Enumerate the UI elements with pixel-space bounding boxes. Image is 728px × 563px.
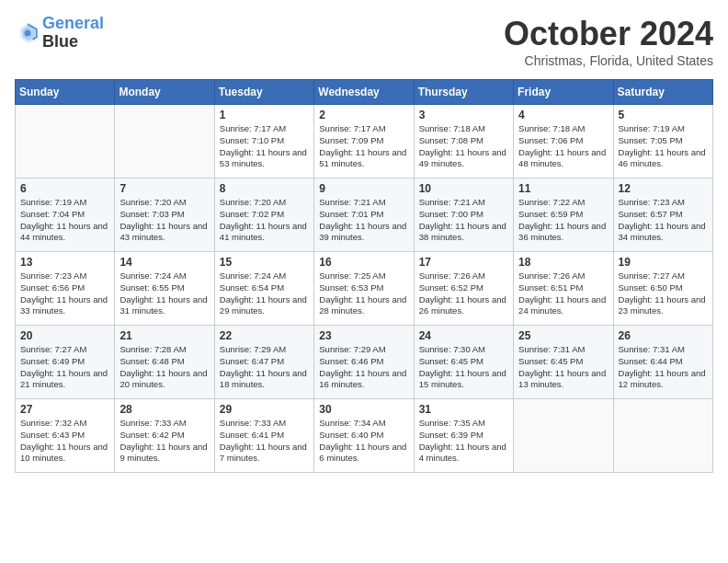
day-number: 24 (419, 329, 508, 342)
month-title: October 2024 (504, 15, 713, 53)
day-number: 9 (319, 182, 408, 195)
day-number: 12 (619, 182, 708, 195)
calendar-cell: 24Sunrise: 7:30 AM Sunset: 6:45 PM Dayli… (414, 326, 513, 399)
day-number: 25 (518, 329, 608, 342)
cell-info: Sunrise: 7:32 AM Sunset: 6:43 PM Dayligh… (20, 418, 109, 465)
cell-info: Sunrise: 7:17 AM Sunset: 7:10 PM Dayligh… (220, 123, 309, 170)
calendar-cell: 23Sunrise: 7:29 AM Sunset: 6:46 PM Dayli… (314, 326, 414, 399)
page-header: GeneralBlue October 2024 Christmas, Flor… (15, 15, 713, 68)
cell-info: Sunrise: 7:27 AM Sunset: 6:49 PM Dayligh… (20, 344, 109, 391)
cell-info: Sunrise: 7:33 AM Sunset: 6:41 PM Dayligh… (220, 418, 309, 465)
day-number: 15 (220, 256, 309, 269)
calendar-cell: 8Sunrise: 7:20 AM Sunset: 7:02 PM Daylig… (214, 178, 313, 252)
calendar-cell: 16Sunrise: 7:25 AM Sunset: 6:53 PM Dayli… (314, 252, 414, 326)
weekday-header: Friday (514, 80, 613, 105)
calendar-cell: 4Sunrise: 7:18 AM Sunset: 7:06 PM Daylig… (514, 105, 613, 178)
calendar-cell: 29Sunrise: 7:33 AM Sunset: 6:41 PM Dayli… (214, 399, 313, 473)
day-number: 30 (319, 403, 408, 416)
calendar-cell (514, 399, 613, 473)
weekday-header: Sunday (16, 80, 115, 105)
day-number: 1 (220, 109, 309, 121)
calendar-cell: 15Sunrise: 7:24 AM Sunset: 6:54 PM Dayli… (214, 252, 313, 326)
weekday-row: SundayMondayTuesdayWednesdayThursdayFrid… (16, 80, 713, 105)
cell-info: Sunrise: 7:21 AM Sunset: 7:00 PM Dayligh… (419, 197, 508, 244)
calendar-cell: 22Sunrise: 7:29 AM Sunset: 6:47 PM Dayli… (214, 326, 313, 399)
day-number: 13 (20, 256, 109, 269)
calendar-cell: 30Sunrise: 7:34 AM Sunset: 6:40 PM Dayli… (314, 399, 414, 473)
day-number: 5 (619, 109, 708, 121)
calendar-header: SundayMondayTuesdayWednesdayThursdayFrid… (16, 80, 713, 105)
cell-info: Sunrise: 7:29 AM Sunset: 6:47 PM Dayligh… (220, 344, 309, 391)
day-number: 8 (220, 182, 309, 195)
day-number: 11 (518, 182, 608, 195)
cell-info: Sunrise: 7:26 AM Sunset: 6:52 PM Dayligh… (419, 270, 508, 317)
day-number: 6 (20, 182, 109, 195)
svg-point-2 (25, 29, 31, 36)
calendar-cell (613, 399, 712, 473)
day-number: 19 (619, 256, 708, 269)
day-number: 3 (419, 109, 508, 121)
logo-icon (15, 20, 40, 46)
calendar-cell: 11Sunrise: 7:22 AM Sunset: 6:59 PM Dayli… (514, 178, 613, 252)
cell-info: Sunrise: 7:34 AM Sunset: 6:40 PM Dayligh… (319, 418, 408, 465)
calendar-cell: 10Sunrise: 7:21 AM Sunset: 7:00 PM Dayli… (414, 178, 513, 252)
weekday-header: Monday (115, 80, 214, 105)
cell-info: Sunrise: 7:22 AM Sunset: 6:59 PM Dayligh… (518, 197, 608, 244)
cell-info: Sunrise: 7:31 AM Sunset: 6:44 PM Dayligh… (619, 344, 708, 391)
calendar-cell: 28Sunrise: 7:33 AM Sunset: 6:42 PM Dayli… (115, 399, 214, 473)
cell-info: Sunrise: 7:18 AM Sunset: 7:06 PM Dayligh… (518, 123, 608, 170)
day-number: 17 (419, 256, 508, 269)
calendar-cell: 20Sunrise: 7:27 AM Sunset: 6:49 PM Dayli… (16, 326, 115, 399)
cell-info: Sunrise: 7:25 AM Sunset: 6:53 PM Dayligh… (319, 270, 408, 317)
cell-info: Sunrise: 7:24 AM Sunset: 6:55 PM Dayligh… (119, 270, 209, 317)
cell-info: Sunrise: 7:21 AM Sunset: 7:01 PM Dayligh… (319, 197, 408, 244)
calendar-week-row: 20Sunrise: 7:27 AM Sunset: 6:49 PM Dayli… (16, 326, 713, 399)
title-block: October 2024 Christmas, Florida, United … (504, 15, 713, 68)
calendar-cell: 18Sunrise: 7:26 AM Sunset: 6:51 PM Dayli… (514, 252, 613, 326)
calendar-cell: 31Sunrise: 7:35 AM Sunset: 6:39 PM Dayli… (414, 399, 513, 473)
day-number: 26 (619, 329, 708, 342)
cell-info: Sunrise: 7:28 AM Sunset: 6:48 PM Dayligh… (119, 344, 209, 391)
calendar-table: SundayMondayTuesdayWednesdayThursdayFrid… (15, 79, 713, 473)
calendar-cell: 9Sunrise: 7:21 AM Sunset: 7:01 PM Daylig… (314, 178, 414, 252)
cell-info: Sunrise: 7:20 AM Sunset: 7:02 PM Dayligh… (220, 197, 309, 244)
calendar-cell: 2Sunrise: 7:17 AM Sunset: 7:09 PM Daylig… (314, 105, 414, 178)
logo: GeneralBlue (15, 15, 104, 52)
cell-info: Sunrise: 7:18 AM Sunset: 7:08 PM Dayligh… (419, 123, 508, 170)
day-number: 29 (220, 403, 309, 416)
calendar-cell: 17Sunrise: 7:26 AM Sunset: 6:52 PM Dayli… (414, 252, 513, 326)
cell-info: Sunrise: 7:17 AM Sunset: 7:09 PM Dayligh… (319, 123, 408, 170)
calendar-week-row: 6Sunrise: 7:19 AM Sunset: 7:04 PM Daylig… (16, 178, 713, 252)
day-number: 16 (319, 256, 408, 269)
day-number: 22 (220, 329, 309, 342)
weekday-header: Saturday (613, 80, 712, 105)
calendar-cell: 5Sunrise: 7:19 AM Sunset: 7:05 PM Daylig… (613, 105, 712, 178)
cell-info: Sunrise: 7:20 AM Sunset: 7:03 PM Dayligh… (119, 197, 209, 244)
calendar-week-row: 27Sunrise: 7:32 AM Sunset: 6:43 PM Dayli… (16, 399, 713, 473)
day-number: 7 (119, 182, 209, 195)
cell-info: Sunrise: 7:19 AM Sunset: 7:04 PM Dayligh… (20, 197, 109, 244)
day-number: 28 (119, 403, 209, 416)
cell-info: Sunrise: 7:27 AM Sunset: 6:50 PM Dayligh… (619, 270, 708, 317)
weekday-header: Tuesday (214, 80, 313, 105)
cell-info: Sunrise: 7:35 AM Sunset: 6:39 PM Dayligh… (419, 418, 508, 465)
cell-info: Sunrise: 7:31 AM Sunset: 6:45 PM Dayligh… (518, 344, 608, 391)
cell-info: Sunrise: 7:30 AM Sunset: 6:45 PM Dayligh… (419, 344, 508, 391)
calendar-week-row: 1Sunrise: 7:17 AM Sunset: 7:10 PM Daylig… (16, 105, 713, 178)
calendar-cell: 25Sunrise: 7:31 AM Sunset: 6:45 PM Dayli… (514, 326, 613, 399)
calendar-cell: 21Sunrise: 7:28 AM Sunset: 6:48 PM Dayli… (115, 326, 214, 399)
weekday-header: Wednesday (314, 80, 414, 105)
calendar-cell: 26Sunrise: 7:31 AM Sunset: 6:44 PM Dayli… (613, 326, 712, 399)
cell-info: Sunrise: 7:24 AM Sunset: 6:54 PM Dayligh… (220, 270, 309, 317)
weekday-header: Thursday (414, 80, 513, 105)
location: Christmas, Florida, United States (504, 53, 713, 68)
calendar-cell: 6Sunrise: 7:19 AM Sunset: 7:04 PM Daylig… (16, 178, 115, 252)
day-number: 2 (319, 109, 408, 121)
calendar-cell: 19Sunrise: 7:27 AM Sunset: 6:50 PM Dayli… (613, 252, 712, 326)
cell-info: Sunrise: 7:19 AM Sunset: 7:05 PM Dayligh… (619, 123, 708, 170)
calendar-cell: 7Sunrise: 7:20 AM Sunset: 7:03 PM Daylig… (115, 178, 214, 252)
calendar-cell: 12Sunrise: 7:23 AM Sunset: 6:57 PM Dayli… (613, 178, 712, 252)
day-number: 21 (119, 329, 209, 342)
calendar-cell (16, 105, 115, 178)
cell-info: Sunrise: 7:23 AM Sunset: 6:56 PM Dayligh… (20, 270, 109, 317)
